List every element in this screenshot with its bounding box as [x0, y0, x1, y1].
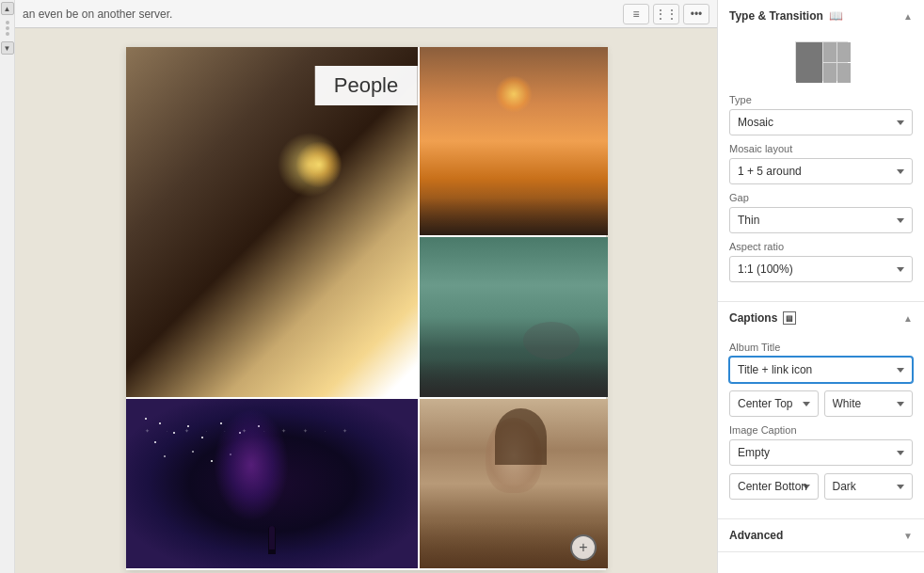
image-caption-color-select[interactable]: Dark Light White — [824, 473, 914, 500]
image-caption-position-select[interactable]: Center Botton Center Top Left Bottom — [729, 473, 819, 500]
type-transition-section: Type & Transition 📖 ▲ Type Mosaic Grid — [718, 0, 924, 302]
type-form-row: Type Mosaic Grid Justified Masonry — [729, 94, 913, 135]
dots-icon: ••• — [691, 8, 703, 21]
chevron-down-icon-advanced: ▼ — [903, 531, 913, 541]
album-title-select[interactable]: Title + link icon Title only None — [729, 357, 913, 383]
image-caption-icon: ▤ — [783, 311, 796, 325]
mosaic-grid — [126, 47, 606, 570]
gallery-photo-sunset[interactable] — [420, 47, 608, 235]
top-toolbar: an even be on another server. ≡ ⋮⋮ ••• — [15, 0, 717, 28]
layout-preview-area — [718, 32, 924, 87]
scroll-down-btn[interactable]: ▼ — [1, 41, 14, 55]
advanced-header[interactable]: Advanced ▼ — [718, 519, 924, 551]
captions-body: Album Title Title + link icon Title only… — [718, 334, 924, 518]
position-color-row: Center Top Center Bottom Left Top Left B… — [729, 390, 913, 417]
album-title-label: Album Title — [729, 342, 913, 353]
grid-icon: ⋮⋮ — [655, 8, 677, 21]
section-title-type-transition: Type & Transition 📖 — [729, 9, 843, 23]
type-transition-label: Type & Transition — [729, 9, 823, 23]
album-title-form-row: Album Title Title + link icon Title only… — [729, 342, 913, 383]
captions-section: Captions ▤ ▲ Album Title Title + link ic… — [718, 302, 924, 519]
main-content-area: an even be on another server. ≡ ⋮⋮ ••• P… — [15, 0, 717, 573]
advanced-label: Advanced — [729, 529, 783, 542]
toolbar-text: an even be on another server. — [23, 8, 619, 21]
right-panel: Type & Transition 📖 ▲ Type Mosaic Grid — [717, 0, 924, 573]
album-title-color-select[interactable]: White Black Gray — [824, 390, 914, 417]
scroll-indicator — [6, 26, 9, 30]
content-area: People — [15, 28, 717, 573]
gap-form-row: Gap None Thin Medium Wide — [729, 192, 913, 233]
section-title-captions: Captions ▤ — [729, 311, 796, 325]
toolbar-extra-btn[interactable]: ••• — [683, 4, 709, 24]
add-gallery-item-button[interactable]: + — [570, 534, 597, 561]
type-transition-body: Type Mosaic Grid Justified Masonry Mosai… — [718, 87, 924, 301]
gallery-photo-galaxy[interactable] — [126, 399, 418, 568]
album-title-position-select[interactable]: Center Top Center Bottom Left Top Left B… — [729, 390, 819, 417]
gallery-photo-cyclist[interactable] — [420, 237, 608, 397]
mosaic-layout-form-row: Mosaic layout 1 + 5 around 2 + 4 3 colum… — [729, 143, 913, 184]
image-caption-form-row: Image Caption Empty Title Description — [729, 424, 913, 466]
type-label: Type — [729, 94, 913, 105]
gap-select[interactable]: None Thin Medium Wide — [729, 207, 913, 233]
type-select[interactable]: Mosaic Grid Justified Masonry — [729, 109, 913, 135]
aspect-ratio-select[interactable]: 1:1 (100%) 4:3 16:9 3:2 — [729, 256, 913, 282]
left-scrollbar[interactable]: ▲ ▼ — [0, 0, 15, 573]
toolbar-more-btn[interactable]: ⋮⋮ — [653, 4, 679, 24]
aspect-ratio-form-row: Aspect ratio 1:1 (100%) 4:3 16:9 3:2 — [729, 241, 913, 282]
advanced-section: Advanced ▼ — [718, 519, 924, 552]
scroll-up-btn[interactable]: ▲ — [1, 2, 14, 15]
book-icon: 📖 — [829, 9, 843, 23]
gallery-container: People — [126, 47, 606, 570]
gap-label: Gap — [729, 192, 913, 203]
captions-label: Captions — [729, 311, 777, 325]
type-transition-header[interactable]: Type & Transition 📖 ▲ — [718, 0, 924, 32]
scroll-indicator — [6, 21, 9, 24]
scroll-indicator — [6, 32, 9, 36]
caption-position-color-row: Center Botton Center Top Left Bottom Dar… — [729, 473, 913, 500]
mosaic-layout-preview — [795, 41, 848, 81]
chevron-up-icon-captions: ▲ — [903, 313, 913, 324]
gallery-title: People — [315, 66, 418, 105]
mosaic-layout-select[interactable]: 1 + 5 around 2 + 4 3 columns — [729, 158, 913, 184]
galaxy-silhouette — [269, 526, 275, 549]
image-caption-select[interactable]: Empty Title Description — [729, 439, 913, 466]
toolbar-align-btn[interactable]: ≡ — [623, 4, 649, 24]
chevron-up-icon: ▲ — [903, 11, 913, 22]
captions-header[interactable]: Captions ▤ ▲ — [718, 302, 924, 334]
image-caption-position-row: Center Botton Center Top Left Bottom Dar… — [729, 473, 913, 500]
album-title-position-row: Center Top Center Bottom Left Top Left B… — [729, 390, 913, 417]
aspect-ratio-label: Aspect ratio — [729, 241, 913, 252]
image-caption-label: Image Caption — [729, 424, 913, 436]
mosaic-layout-label: Mosaic layout — [729, 143, 913, 154]
